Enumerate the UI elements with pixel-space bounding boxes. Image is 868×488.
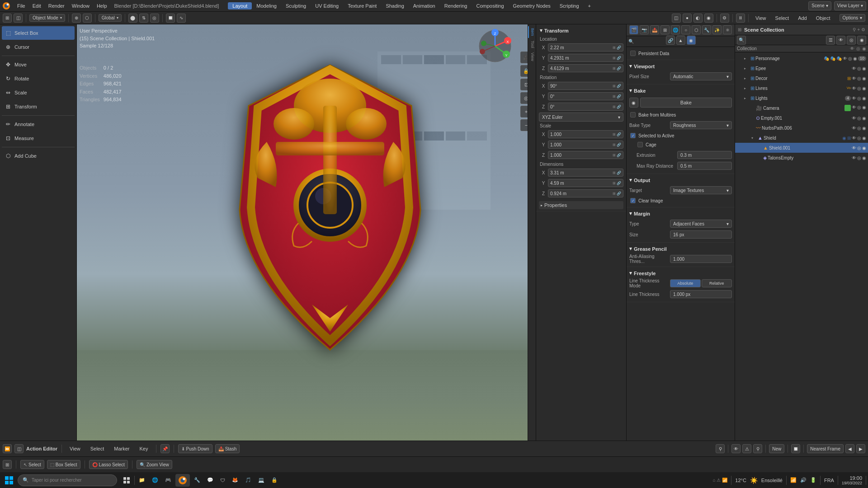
transform-global[interactable]: Global▾ [99,14,122,22]
viewport-section-header[interactable]: ▾ Viewport [629,62,732,70]
viewport-shading-wire[interactable]: ◫ [672,14,681,23]
viewport-shading-solid[interactable]: ● [683,14,692,23]
tree-item-personnage[interactable]: ▸ ⊞ Personnage 🎭 🎭 🎭 👁 ◎ ◉ 10 [735,53,868,63]
tab-layout[interactable]: Layout [228,2,252,9]
menu-edit[interactable]: Edit [29,2,45,9]
target-dropdown[interactable]: Image Textures▾ [670,186,732,194]
snap-type-icon[interactable]: ⬡ [83,14,92,23]
ae-expand-btn[interactable]: ◫ [14,444,24,453]
sc-eye-icon[interactable]: 👁 [836,36,845,45]
grease-pencil-header[interactable]: ▾ Grease Pencil [629,244,732,253]
menu-window[interactable]: Window [68,2,93,9]
dim-z-input[interactable]: 0.924 m ⊞🔗 [548,189,623,197]
view-layer-selector[interactable]: View Layer▾ [834,1,866,10]
bs-box-select-btn[interactable]: ⬚ Box Select [47,460,80,469]
sc-render-icon[interactable]: ◉ [857,36,866,45]
tree-item-nurbspath006[interactable]: 〰 NurbsPath.006 👁 ◎ ◉ [735,123,868,133]
sidebar-tab-tool[interactable]: Tool [528,39,536,50]
prop-scene-icon[interactable]: 🎬 [629,25,638,34]
proportional-edit-icon[interactable]: ◎ [150,14,159,23]
location-z-input[interactable]: 4.6129 m ⊞🔗 [548,64,623,72]
selected-to-active-checkbox[interactable]: ✓ [630,133,636,138]
bs-lasso-btn[interactable]: ⭕ Lasso Select [89,460,128,469]
ae-mode-icon3[interactable]: ⚲ [753,444,762,453]
tab-geometry-nodes[interactable]: Geometry Nodes [509,2,555,9]
location-x-input[interactable]: 2.22 m ⊞🔗 [548,43,623,52]
prop-physics-icon[interactable]: ⚛ [723,25,732,34]
menu-file[interactable]: File [14,2,29,9]
prop-world-icon[interactable]: ○ [681,25,690,34]
viewport-gizmo[interactable]: Z X Y [477,28,513,64]
menu-render[interactable]: Render [45,2,68,9]
margin-section-header[interactable]: ▾ Margin [629,209,732,218]
bs-type-icon[interactable]: ⊞ [3,460,12,469]
max-ray-input[interactable]: 0.5 m [677,162,732,170]
cage-checkbox[interactable] [637,142,643,147]
taskbar-blender[interactable] [175,474,190,487]
prop-object-icon[interactable]: ⬡ [692,25,701,34]
sc-search-icon[interactable]: 🔍 [737,36,746,45]
tool-measure[interactable]: ⊡ Measure [2,131,75,145]
sidebar-tab-view[interactable]: View [528,51,536,63]
prop-modifier-icon[interactable]: 🔧 [702,25,711,34]
prop-particles-icon[interactable]: ✨ [712,25,722,34]
mode-dropdown[interactable]: Object Mode▾ [29,14,65,22]
taskbar-app10[interactable]: 💻 [255,474,267,487]
taskbar-app11[interactable]: 🔒 [269,474,280,487]
nearest-frame-btn[interactable]: Nearest Frame [807,444,844,453]
tab-texture-paint[interactable]: Texture Paint [343,2,381,9]
taskbar-app3[interactable]: 🎮 [162,474,174,487]
sidebar-tab-item[interactable]: Item [528,26,536,38]
tool-move[interactable]: ✥ Move [2,58,75,71]
margin-type-dropdown[interactable]: Adjacent Faces▾ [670,220,732,228]
tool-select-box[interactable]: ⬚ Select Box [2,26,75,40]
tab-rendering[interactable]: Rendering [440,2,472,9]
tool-scale[interactable]: ⇔ Scale [2,86,75,99]
prop-view-layer-icon[interactable]: ⊞ [660,25,670,34]
dim-y-input[interactable]: 4.59 m ⊞🔗 [548,179,623,187]
margin-size-input[interactable]: 16 px [670,230,732,239]
bake-section-header[interactable]: ▾ Bake [629,86,732,95]
pixel-size-dropdown[interactable]: Automatic▾ [670,72,732,80]
ae-pin-icon[interactable]: 📌 [160,444,170,453]
transform-panel-header[interactable]: ▾ Transform [539,26,623,35]
new-action-btn[interactable]: New [769,444,784,453]
viewport-shading-render[interactable]: ◉ [704,14,713,23]
tree-item-decor[interactable]: ▸ ⊞ Decor ⊞ 👁 ◎ ◉ [735,73,868,83]
pivot-icon[interactable]: ⬤ [128,14,137,23]
scale-z-input[interactable]: 1.000 ⊞🔗 [548,151,623,159]
sc-column-icon[interactable]: ☰ [826,36,835,45]
ae-snap-icon[interactable]: 🔲 [791,444,800,453]
clear-image-checkbox[interactable]: ✓ [630,198,636,203]
header-add[interactable]: Add [794,14,811,22]
relative-btn[interactable]: Relative [702,279,732,287]
ae-mode-icon1[interactable]: 👁 [731,444,741,453]
sc-filter-icon[interactable]: ⚲ [853,27,856,32]
header-view[interactable]: View [752,14,770,22]
rotation-z-input[interactable]: 0° ⊞🔗 [548,103,623,111]
tree-item-shield[interactable]: ▾ ▲ Shield ◉ ⊞ 👁 ◎ ◉ [735,133,868,143]
line-thickness-value-input[interactable]: 1.000 px [670,290,732,298]
mirror-icon[interactable]: ⇅ [139,14,148,23]
prop-render-icon[interactable]: 📷 [640,25,649,34]
taskbar-app5[interactable]: 🔧 [191,474,203,487]
ae-select-label[interactable]: Select [87,445,108,452]
scale-x-input[interactable]: 1.000 ⊞🔗 [548,130,623,138]
sc-viewport-icon[interactable]: ◎ [847,36,856,45]
taskbar-browser[interactable]: 🌐 [149,474,161,487]
bake-icon-btn[interactable]: ◉ [629,98,638,108]
header-object[interactable]: Object [812,14,834,22]
viewport-shading-material[interactable]: ◐ [693,14,703,23]
ae-key-label[interactable]: Key [136,445,152,452]
tree-item-talonssempty[interactable]: ◈ TalonsEmpty 👁 ◎ ◉ [735,153,868,163]
anti-alias-input[interactable]: 1.000 [670,255,732,263]
tab-scripting[interactable]: Scripting [555,2,584,9]
tab-animation[interactable]: Animation [409,2,440,9]
stash-btn[interactable]: 📥 Stash [215,444,240,453]
blender-logo[interactable] [2,1,11,10]
ae-view-label[interactable]: View [66,445,84,452]
extrusion-input[interactable]: 0.3 m [677,151,732,159]
tree-item-empty001[interactable]: ⊙ Empty.001 👁 ◎ ◉ [735,113,868,123]
ae-fwd-icon[interactable]: ▶ [856,444,865,453]
options-btn[interactable]: Options▾ [840,14,865,22]
